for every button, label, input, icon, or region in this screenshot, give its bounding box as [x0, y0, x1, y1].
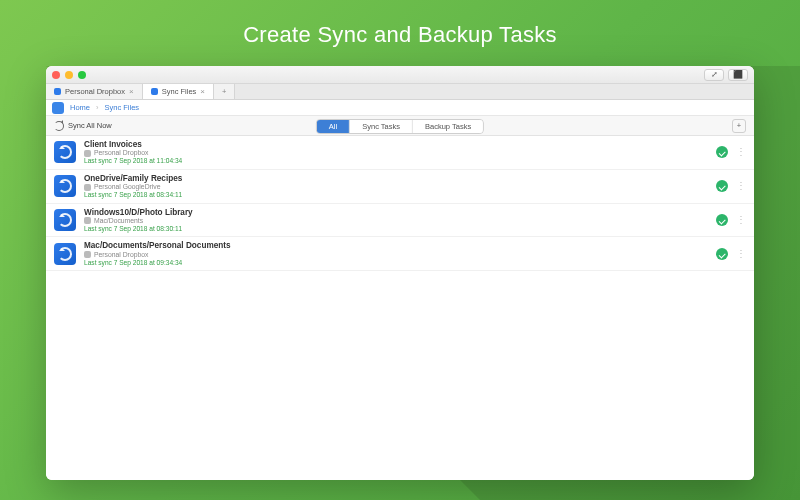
task-row[interactable]: Windows10/D/Photo Library Mac/Documents …	[46, 204, 754, 238]
breadcrumb-current: Sync Files	[105, 103, 140, 112]
sync-all-label: Sync All Now	[68, 121, 112, 130]
titlebar: ⤢ ⬛	[46, 66, 754, 84]
toolbar: Sync All Now All Sync Tasks Backup Tasks…	[46, 116, 754, 136]
segment-all[interactable]: All	[317, 120, 350, 133]
service-icon	[84, 217, 91, 224]
page-heading: Create Sync and Backup Tasks	[0, 22, 800, 48]
task-row[interactable]: Client Invoices Personal Dropbox Last sy…	[46, 136, 754, 170]
task-last-sync: Last sync 7 Sep 2018 at 08:30:11	[84, 225, 708, 233]
minimize-window-button[interactable]	[65, 71, 73, 79]
task-title: Mac/Documents/Personal Documents	[84, 241, 708, 250]
tab-label: Personal Dropbox	[65, 87, 125, 96]
task-title: Windows10/D/Photo Library	[84, 208, 708, 217]
zoom-window-button[interactable]	[78, 71, 86, 79]
task-menu-button[interactable]: ⋮	[736, 251, 744, 257]
task-menu-button[interactable]: ⋮	[736, 149, 744, 155]
service-icon	[84, 150, 91, 157]
tab-sync-files[interactable]: Sync Files ×	[143, 84, 214, 99]
chevron-right-icon: ›	[96, 103, 99, 112]
task-subtitle: Personal Dropbox	[94, 149, 148, 157]
task-subtitle: Personal GoogleDrive	[94, 183, 161, 191]
tab-label: Sync Files	[162, 87, 197, 96]
breadcrumb: Home › Sync Files	[46, 100, 754, 116]
new-tab-button[interactable]: +	[214, 84, 235, 99]
sync-task-icon	[54, 243, 76, 265]
sync-task-icon	[54, 141, 76, 163]
status-success-icon	[716, 146, 728, 158]
task-last-sync: Last sync 7 Sep 2018 at 09:34:34	[84, 259, 708, 267]
task-menu-button[interactable]: ⋮	[736, 217, 744, 223]
tab-personal-dropbox[interactable]: Personal Dropbox ×	[46, 84, 143, 99]
segment-backup-tasks[interactable]: Backup Tasks	[413, 120, 483, 133]
task-row[interactable]: OneDrive/Family Recipes Personal GoogleD…	[46, 170, 754, 204]
breadcrumb-home[interactable]: Home	[70, 103, 90, 112]
segment-sync-tasks[interactable]: Sync Tasks	[350, 120, 413, 133]
service-icon	[84, 251, 91, 258]
status-success-icon	[716, 214, 728, 226]
sync-task-icon	[54, 209, 76, 231]
status-success-icon	[716, 180, 728, 192]
plus-icon: +	[222, 87, 226, 96]
app-icon	[52, 102, 64, 114]
sync-task-icon	[54, 175, 76, 197]
sync-all-button[interactable]: Sync All Now	[54, 121, 112, 131]
tab-bar: Personal Dropbox × Sync Files × +	[46, 84, 754, 100]
close-tab-icon[interactable]: ×	[129, 87, 134, 96]
close-tab-icon[interactable]: ×	[200, 87, 205, 96]
titlebar-button-2[interactable]: ⬛	[728, 69, 748, 81]
add-task-button[interactable]: +	[732, 119, 746, 133]
close-window-button[interactable]	[52, 71, 60, 79]
sync-icon	[151, 88, 158, 95]
task-list: Client Invoices Personal Dropbox Last sy…	[46, 136, 754, 480]
app-window: ⤢ ⬛ Personal Dropbox × Sync Files × + Ho…	[46, 66, 754, 480]
titlebar-button-1[interactable]: ⤢	[704, 69, 724, 81]
service-icon	[84, 184, 91, 191]
task-subtitle: Personal Dropbox	[94, 251, 148, 259]
task-menu-button[interactable]: ⋮	[736, 183, 744, 189]
reload-icon	[54, 121, 64, 131]
task-last-sync: Last sync 7 Sep 2018 at 08:34:11	[84, 191, 708, 199]
task-last-sync: Last sync 7 Sep 2018 at 11:04:34	[84, 157, 708, 165]
window-controls	[52, 71, 86, 79]
dropbox-icon	[54, 88, 61, 95]
task-subtitle: Mac/Documents	[94, 217, 143, 225]
status-success-icon	[716, 248, 728, 260]
task-row[interactable]: Mac/Documents/Personal Documents Persona…	[46, 237, 754, 271]
task-title: OneDrive/Family Recipes	[84, 174, 708, 183]
task-title: Client Invoices	[84, 140, 708, 149]
task-filter-segmented: All Sync Tasks Backup Tasks	[316, 119, 484, 134]
